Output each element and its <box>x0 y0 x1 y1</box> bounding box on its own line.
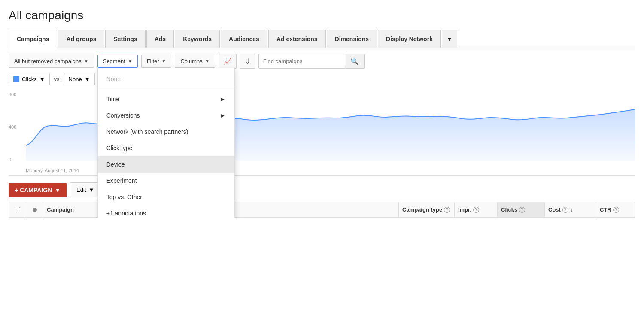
segment-item-device-label: Device <box>106 161 125 168</box>
metric1-button[interactable]: Clicks ▼ <box>9 73 50 85</box>
cost-sort-icon: ↓ <box>570 207 573 213</box>
chart-y-labels: 800 400 0 <box>9 90 20 175</box>
tab-settings[interactable]: Settings <box>105 30 145 48</box>
th-ctr-help-icon[interactable]: ? <box>613 207 619 213</box>
filter-arrow-icon: ▼ <box>162 59 166 64</box>
th-ctr-label: CTR <box>600 206 611 213</box>
download-button[interactable]: ⇓ <box>240 54 255 69</box>
chart-view-button[interactable]: 📈 <box>219 54 237 69</box>
th-campaign-type-help-icon[interactable]: ? <box>444 207 450 213</box>
th-campaign-label: Campaign <box>47 206 74 213</box>
segment-item-conversions-label: Conversions <box>106 112 140 119</box>
columns-arrow-icon: ▼ <box>205 59 210 64</box>
add-campaign-label: + CAMPAIGN <box>15 187 52 194</box>
th-impr[interactable]: Impr. ? <box>455 202 498 217</box>
th-status <box>26 202 43 217</box>
th-campaign-type[interactable]: Campaign type ? <box>399 202 455 217</box>
filter-button[interactable]: Filter ▼ <box>141 55 172 68</box>
metric2-arrow-icon: ▼ <box>85 76 90 82</box>
metric2-button[interactable]: None ▼ <box>64 73 95 85</box>
segment-container: Segment ▼ None Time ► Conversions ► Netw… <box>97 55 138 68</box>
th-clicks[interactable]: Clicks ? <box>498 202 545 217</box>
segment-divider-1 <box>98 89 234 89</box>
status-dot-icon <box>33 208 37 212</box>
tab-display-network[interactable]: Display Network <box>378 30 441 48</box>
th-clicks-help-icon[interactable]: ? <box>519 207 525 213</box>
metric1-arrow-icon: ▼ <box>39 76 45 82</box>
segment-item-click-type-label: Click type <box>106 145 133 151</box>
tab-audiences[interactable]: Audiences <box>221 30 267 48</box>
segment-item-time-arrow-icon: ► <box>220 96 226 103</box>
segment-arrow-icon: ▼ <box>128 59 132 64</box>
chart-y-label-400: 400 <box>9 124 20 130</box>
select-all-checkbox[interactable] <box>15 207 20 212</box>
add-campaign-button[interactable]: + CAMPAIGN ▼ <box>9 183 67 197</box>
filter-campaigns-label: All but removed campaigns <box>14 58 82 64</box>
tab-dimensions[interactable]: Dimensions <box>327 30 377 48</box>
segment-item-click-type[interactable]: Click type <box>98 140 234 156</box>
segment-item-none[interactable]: None <box>98 71 234 87</box>
chart-date-label: Monday, August 11, 2014 <box>26 168 79 173</box>
metric2-label: None <box>69 76 82 82</box>
filter-campaigns-arrow-icon: ▼ <box>84 59 88 64</box>
columns-button[interactable]: Columns ▼ <box>175 55 215 68</box>
segment-item-conversions-arrow-icon: ► <box>220 112 226 119</box>
main-toolbar: All but removed campaigns ▼ Segment ▼ No… <box>9 48 635 73</box>
segment-item-top-vs-other[interactable]: Top vs. Other <box>98 189 234 205</box>
search-button[interactable]: 🔍 <box>345 54 364 68</box>
edit-label: Edit <box>76 187 86 193</box>
add-campaign-arrow-icon: ▼ <box>55 187 61 194</box>
vs-label: vs <box>54 76 60 82</box>
segment-item-time-label: Time <box>106 96 120 103</box>
columns-label: Columns <box>180 58 202 64</box>
edit-arrow-icon: ▼ <box>89 187 94 193</box>
segment-item-annotations-label: +1 annotations <box>106 210 146 217</box>
tab-more-button[interactable]: ▼ <box>442 30 457 48</box>
tab-keywords[interactable]: Keywords <box>175 30 220 48</box>
segment-item-network-label: Network (with search partners) <box>106 128 188 135</box>
tab-campaigns[interactable]: Campaigns <box>9 30 57 48</box>
search-input[interactable] <box>259 55 345 67</box>
tab-ads[interactable]: Ads <box>146 30 174 48</box>
segment-dropdown-menu: None Time ► Conversions ► Network (with … <box>97 68 235 218</box>
chart-y-label-800: 800 <box>9 92 20 97</box>
th-cost-help-icon[interactable]: ? <box>562 207 568 213</box>
segment-item-conversions[interactable]: Conversions ► <box>98 107 234 124</box>
tabs-bar: Campaigns Ad groups Settings Ads Keyword… <box>9 30 635 48</box>
filter-label: Filter <box>147 58 159 64</box>
chart-y-label-0: 0 <box>9 157 20 162</box>
th-checkbox[interactable] <box>9 202 26 217</box>
segment-item-experiment-label: Experiment <box>106 177 137 184</box>
segment-button[interactable]: Segment ▼ <box>97 55 138 68</box>
segment-item-top-vs-other-label: Top vs. Other <box>106 194 142 200</box>
th-impr-help-icon[interactable]: ? <box>473 207 479 213</box>
tab-ad-extensions[interactable]: Ad extensions <box>268 30 326 48</box>
segment-item-experiment[interactable]: Experiment <box>98 173 234 189</box>
edit-button[interactable]: Edit ▼ <box>70 182 100 197</box>
segment-item-time[interactable]: Time ► <box>98 91 234 107</box>
th-campaign-type-label: Campaign type <box>402 206 442 213</box>
segment-item-device[interactable]: Device <box>98 156 234 173</box>
segment-item-annotations[interactable]: +1 annotations <box>98 205 234 218</box>
filter-campaigns-button[interactable]: All but removed campaigns ▼ <box>9 55 94 68</box>
th-ctr[interactable]: CTR ? <box>596 202 635 217</box>
metric1-color-swatch <box>13 76 19 82</box>
th-cost-label: Cost <box>548 206 561 213</box>
segment-item-network[interactable]: Network (with search partners) <box>98 124 234 140</box>
page-title: All campaigns <box>9 9 635 22</box>
th-clicks-label: Clicks <box>501 206 517 213</box>
metric1-label: Clicks <box>22 76 37 82</box>
search-box: 🔍 <box>258 54 365 69</box>
th-cost[interactable]: Cost ? ↓ <box>545 202 596 217</box>
tab-ad-groups[interactable]: Ad groups <box>58 30 104 48</box>
segment-label: Segment <box>103 58 125 64</box>
th-impr-label: Impr. <box>458 206 471 213</box>
